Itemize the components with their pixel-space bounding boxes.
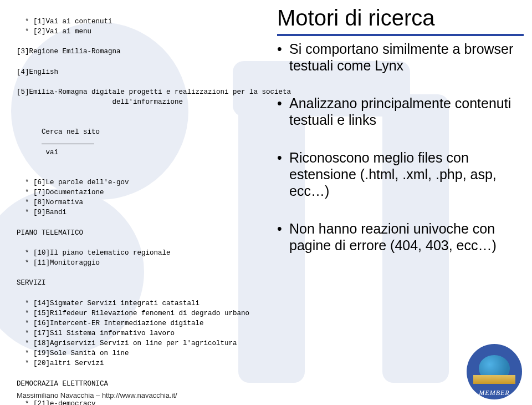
lynx-line: dell'informazione	[17, 97, 249, 107]
lynx-line: * [11]Monitoraggio	[17, 258, 249, 268]
lynx-line	[17, 37, 249, 47]
bullet-item: Riconoscono meglio files con estensione …	[277, 149, 524, 199]
lynx-line	[17, 268, 249, 278]
lynx-line: * [15]Rilfedeur Rilevazione fenomeni di …	[17, 308, 249, 318]
lynx-line: * [18]Agriservizi Servizi on line per l'…	[17, 338, 249, 348]
lynx-line: * [7]Documentazione	[17, 188, 249, 198]
lynx-line	[17, 77, 249, 87]
lynx-line: * [20]altri Servizi	[17, 358, 249, 368]
lynx-text-dump: * [1]Vai ai contenuti * [2]Vai ai menu […	[17, 17, 249, 405]
lynx-line: [3]Regione Emilia-Romagna	[17, 47, 249, 57]
lynx-line: * [17]Sil Sistema informativo lavoro	[17, 328, 249, 338]
lynx-line: * [10]Il piano telematico regionale	[17, 248, 249, 258]
lynx-line: * [21]e-democracy	[17, 399, 249, 405]
lynx-line: [5]Emilia-Romagna digitale progetti e re…	[17, 87, 249, 97]
lynx-line: * [16]Intercent-ER Intermediazione digit…	[17, 318, 249, 328]
lynx-line: * [6]Le parole dell'e-gov	[17, 178, 249, 188]
lynx-line: * [19]Sole Sanità on line	[17, 348, 249, 358]
lynx-line	[17, 107, 249, 117]
lynx-line: * [2]Vai ai menu	[17, 27, 249, 37]
bullet-item: Non hanno reazioni univoche con pagine d…	[277, 220, 524, 254]
lynx-line	[17, 168, 249, 178]
globe-icon	[479, 355, 510, 382]
slide-title: Motori di ricerca	[277, 6, 524, 31]
search-input-placeholder	[42, 144, 94, 144]
lynx-line: DEMOCRAZIA ELETTRONICA	[17, 379, 249, 389]
lynx-line	[17, 57, 249, 67]
bullet-list: Si comportano similmente a browser testu…	[277, 40, 524, 254]
iwa-member-badge: MEMBER	[467, 344, 522, 399]
bullet-item: Si comportano similmente a browser testu…	[277, 40, 524, 74]
lynx-line: [4]English	[17, 67, 249, 77]
lynx-line: SERVIZI	[17, 278, 249, 288]
lynx-line	[17, 238, 249, 248]
lynx-line	[17, 368, 249, 378]
lynx-line: * [14]Sigmater Servizi integrati catasta…	[17, 298, 249, 308]
lynx-line	[17, 218, 249, 228]
footer-credit: Massimiliano Navacchia – http://www.nava…	[17, 391, 177, 399]
lynx-line: * [1]Vai ai contenuti	[17, 17, 249, 27]
lynx-line: PIANO TELEMATICO	[17, 228, 249, 238]
title-rule	[277, 34, 524, 36]
search-trail: vai	[42, 149, 58, 156]
search-label: Cerca nel sito	[42, 128, 100, 136]
bullet-item: Analizzano principalmente contenuti test…	[277, 95, 524, 128]
badge-member-text: MEMBER	[467, 389, 522, 397]
lynx-line: * [9]Bandi	[17, 207, 249, 217]
lynx-line	[17, 288, 249, 298]
lynx-line: * [8]Normativa	[17, 198, 249, 207]
